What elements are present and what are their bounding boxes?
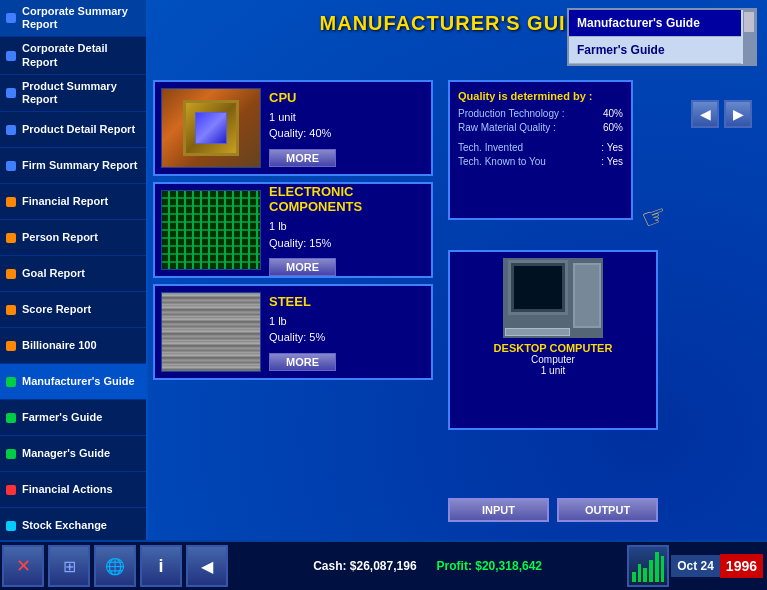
steel-visual bbox=[162, 293, 260, 371]
quality-row-label: Tech. Invented bbox=[458, 142, 523, 153]
steel-image bbox=[161, 292, 261, 372]
blue-dot-icon bbox=[6, 88, 16, 98]
sidebar-item-label: Farmer's Guide bbox=[22, 411, 102, 424]
sidebar-item-goal-report[interactable]: Goal Report bbox=[0, 256, 146, 292]
blue-dot-icon bbox=[6, 125, 16, 135]
taskbar-home-button[interactable]: ✕ bbox=[2, 545, 44, 587]
output-button[interactable]: OUTPUT bbox=[557, 498, 658, 522]
quality-row-label: Tech. Known to You bbox=[458, 156, 546, 167]
taskbar-chart bbox=[627, 545, 669, 587]
green-dot-icon bbox=[6, 377, 16, 387]
scrollbar-thumb bbox=[744, 12, 754, 32]
output-panel: DESKTOP COMPUTER Computer 1 unit bbox=[448, 250, 658, 430]
taskbar-back-button[interactable]: ◀ bbox=[186, 545, 228, 587]
quality-row-label: Production Technology : bbox=[458, 108, 565, 119]
taskbar-info-button[interactable]: i bbox=[140, 545, 182, 587]
cash-label: Cash: bbox=[313, 559, 346, 573]
sidebar-item-label: Manager's Guide bbox=[22, 447, 110, 460]
product-more-button[interactable]: MORE bbox=[269, 353, 336, 371]
quality-panel: Quality is determined by : Production Te… bbox=[448, 80, 633, 220]
sidebar-item-label: Firm Summary Report bbox=[22, 159, 138, 172]
date-year: 1996 bbox=[720, 554, 763, 578]
product-more-button[interactable]: MORE bbox=[269, 149, 336, 167]
sidebar-item-financial-actions[interactable]: Financial Actions bbox=[0, 472, 146, 508]
chart-bar bbox=[661, 556, 665, 582]
chart-bar bbox=[655, 552, 659, 582]
next-arrow[interactable]: ▶ bbox=[724, 100, 752, 128]
taskbar: ✕ ⊞ 🌐 i ◀ Cash: $26,087,196 Profit: $20,… bbox=[0, 540, 767, 590]
output-product-name: DESKTOP COMPUTER bbox=[494, 342, 613, 354]
date-label: Oct 24 bbox=[671, 555, 720, 577]
chart-bar bbox=[638, 564, 642, 582]
quality-title: Quality is determined by : bbox=[458, 90, 623, 102]
cyan-dot-icon bbox=[6, 521, 16, 531]
quality-row-value: : Yes bbox=[601, 156, 623, 167]
sidebar-item-score-report[interactable]: Score Report bbox=[0, 292, 146, 328]
chart-bar bbox=[649, 560, 653, 582]
info-icon: i bbox=[158, 556, 163, 577]
taskbar-status: Cash: $26,087,196 Profit: $20,318,642 bbox=[230, 559, 625, 573]
guide-list-item[interactable]: Manufacturer's Guide bbox=[569, 10, 741, 37]
sidebar-item-farmers-guide[interactable]: Farmer's Guide bbox=[0, 400, 146, 436]
sidebar-item-firm-summary[interactable]: Firm Summary Report bbox=[0, 148, 146, 184]
product-stats: 1 unitQuality: 40% bbox=[269, 109, 425, 142]
cash-value: $26,087,196 bbox=[350, 559, 417, 573]
quality-row-value: 40% bbox=[603, 108, 623, 119]
sidebar-item-product-detail[interactable]: Product Detail Report bbox=[0, 112, 146, 148]
product-card-cpu: CPU1 unitQuality: 40%MORE bbox=[153, 80, 433, 176]
sidebar-item-label: Person Report bbox=[22, 231, 98, 244]
sidebar-item-label: Stock Exchange bbox=[22, 519, 107, 532]
taskbar-cash: Cash: $26,087,196 bbox=[313, 559, 416, 573]
sidebar-item-label: Billionaire 100 bbox=[22, 339, 97, 352]
sidebar-item-manufacturers-guide[interactable]: Manufacturer's Guide bbox=[0, 364, 146, 400]
sidebar-item-financial-report[interactable]: Financial Report bbox=[0, 184, 146, 220]
product-card-electronic-components: ELECTRONIC COMPONENTS1 lbQuality: 15%MOR… bbox=[153, 182, 433, 278]
sidebar-item-corporate-summary[interactable]: Corporate Summary Report bbox=[0, 0, 146, 37]
guide-list-item[interactable]: Farmer's Guide bbox=[569, 37, 741, 64]
sidebar-item-person-report[interactable]: Person Report bbox=[0, 220, 146, 256]
prev-arrow[interactable]: ◀ bbox=[691, 100, 719, 128]
taskbar-profit: Profit: $20,318,642 bbox=[437, 559, 542, 573]
cpu-visual bbox=[162, 89, 260, 167]
electronic-components-image bbox=[161, 190, 261, 270]
keyboard bbox=[505, 328, 570, 336]
product-card-steel: STEEL1 lbQuality: 5%MORE bbox=[153, 284, 433, 380]
input-button[interactable]: INPUT bbox=[448, 498, 549, 522]
back-icon: ◀ bbox=[201, 557, 213, 576]
sidebar-item-product-summary[interactable]: Product Summary Report bbox=[0, 75, 146, 112]
orange-dot-icon bbox=[6, 269, 16, 279]
profit-value: $20,318,642 bbox=[475, 559, 542, 573]
sidebar-item-managers-guide[interactable]: Manager's Guide bbox=[0, 436, 146, 472]
desktop-computer-image bbox=[503, 258, 603, 338]
sidebar-item-stock-exchange[interactable]: Stock Exchange bbox=[0, 508, 146, 544]
quality-row-value: 60% bbox=[603, 122, 623, 133]
taskbar-map-button[interactable]: ⊞ bbox=[48, 545, 90, 587]
orange-dot-icon bbox=[6, 305, 16, 315]
sidebar-item-label: Corporate Detail Report bbox=[22, 42, 140, 68]
sidebar-item-corporate-detail[interactable]: Corporate Detail Report bbox=[0, 37, 146, 74]
sidebar-item-billionaire-100[interactable]: Billionaire 100 bbox=[0, 328, 146, 364]
product-info: STEEL1 lbQuality: 5%MORE bbox=[269, 294, 425, 371]
green-dot-icon bbox=[6, 449, 16, 459]
sidebar-item-label: Manufacturer's Guide bbox=[22, 375, 135, 388]
guide-scrollbar[interactable] bbox=[743, 10, 755, 64]
quality-row: Tech. Known to You: Yes bbox=[458, 156, 623, 167]
globe-icon: 🌐 bbox=[105, 557, 125, 576]
product-name: STEEL bbox=[269, 294, 425, 309]
quality-row-label: Raw Material Quality : bbox=[458, 122, 556, 133]
output-product-type: Computer bbox=[531, 354, 575, 365]
product-info: ELECTRONIC COMPONENTS1 lbQuality: 15%MOR… bbox=[269, 184, 425, 276]
profit-label: Profit: bbox=[437, 559, 472, 573]
blue-dot-icon bbox=[6, 51, 16, 61]
taskbar-date: Oct 24 1996 bbox=[671, 554, 763, 578]
main-area: MANUFACTURER'S GUIDE Manufacturer's Guid… bbox=[148, 0, 767, 540]
taskbar-globe-button[interactable]: 🌐 bbox=[94, 545, 136, 587]
product-more-button[interactable]: MORE bbox=[269, 258, 336, 276]
sidebar-item-label: Product Summary Report bbox=[22, 80, 140, 106]
product-stats: 1 lbQuality: 5% bbox=[269, 313, 425, 346]
quality-row: Tech. Invented: Yes bbox=[458, 142, 623, 153]
orange-dot-icon bbox=[6, 233, 16, 243]
electronic-visual bbox=[162, 191, 260, 269]
quality-row: Raw Material Quality :60% bbox=[458, 122, 623, 133]
product-name: CPU bbox=[269, 90, 425, 105]
